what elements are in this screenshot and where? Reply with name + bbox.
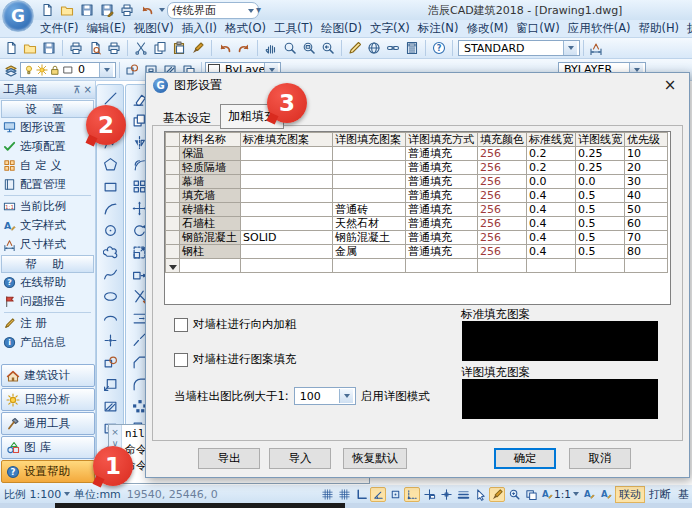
grid-cell[interactable] xyxy=(180,259,241,273)
row-selector-cell[interactable] xyxy=(166,231,180,245)
row-selector-cell[interactable] xyxy=(166,203,180,217)
layer-dropdown[interactable]: 0 xyxy=(20,62,116,78)
restore-default-button[interactable]: 恢复默认 xyxy=(343,448,407,469)
grid-cell[interactable] xyxy=(241,147,333,161)
print-icon[interactable] xyxy=(67,39,85,57)
annotation-scale[interactable]: A1:1 xyxy=(541,488,579,500)
menu-item[interactable]: 修改(M) xyxy=(462,21,512,36)
arc-icon[interactable] xyxy=(99,197,122,219)
grid-cell[interactable]: 256 xyxy=(478,245,527,259)
row-selector-cell[interactable] xyxy=(166,175,180,189)
toolbox-item-产品信息[interactable]: i产品信息 xyxy=(0,333,95,352)
toolbar-overflow-icon[interactable]: ▾ xyxy=(256,4,261,15)
chevron-down-icon[interactable] xyxy=(64,492,70,496)
insblk-icon[interactable] xyxy=(99,373,122,395)
grid-header-cell[interactable]: 详图填充图案 xyxy=(333,133,406,147)
table-row[interactable]: 砖墙柱普通砖普通填充2560.40.550 xyxy=(166,203,668,217)
row-selector-cell[interactable] xyxy=(166,147,180,161)
grid-cell[interactable]: 256 xyxy=(478,147,527,161)
toolbox-section-header[interactable]: 帮 助 xyxy=(1,255,94,273)
scale-value[interactable]: 1:100 xyxy=(30,488,62,501)
zoom-icon[interactable] xyxy=(281,39,299,57)
grid-header-cell[interactable]: 填充颜色 xyxy=(478,133,527,147)
menu-item[interactable]: 扩展 xyxy=(683,21,692,36)
grid-cell[interactable]: 填充墙 xyxy=(180,189,241,203)
grid-cell[interactable]: 0.25 xyxy=(576,161,625,175)
grid-cell[interactable]: 256 xyxy=(478,161,527,175)
hatch-icon[interactable] xyxy=(99,395,122,417)
toolbox-item-注 册[interactable]: 注 册 xyxy=(0,314,95,333)
grid-cell[interactable]: 50 xyxy=(625,203,668,217)
polygon-icon[interactable] xyxy=(99,153,122,175)
grid-header-cell[interactable]: 优先级 xyxy=(625,133,668,147)
bulb-icon[interactable] xyxy=(23,63,36,76)
new-icon[interactable] xyxy=(38,1,56,19)
menu-item[interactable]: 编辑(E) xyxy=(83,21,130,36)
close-icon[interactable]: × xyxy=(84,84,92,95)
import-button[interactable]: 导入 xyxy=(269,448,331,469)
pan-icon[interactable] xyxy=(262,39,280,57)
grid-cell[interactable]: 普通填充 xyxy=(406,203,478,217)
table-row[interactable]: 钢筋混凝土SOLID钢筋混凝土普通填充2560.40.570 xyxy=(166,231,668,245)
row-selector-cell[interactable] xyxy=(166,245,180,259)
grid-header-cell[interactable]: 标准填充图案 xyxy=(241,133,333,147)
spline-icon[interactable] xyxy=(99,263,122,285)
grid-cell[interactable]: 256 xyxy=(478,231,527,245)
polar-toggle-icon[interactable] xyxy=(370,487,386,502)
grid-cell[interactable]: 普通填充 xyxy=(406,231,478,245)
grid-cell[interactable]: 砖墙柱 xyxy=(180,203,241,217)
copy-icon[interactable] xyxy=(151,39,169,57)
menu-item[interactable]: 应用软件(A) xyxy=(564,21,635,36)
cut-icon[interactable] xyxy=(132,39,150,57)
menu-item[interactable]: 文字(X) xyxy=(366,21,414,36)
grid-cell[interactable]: 0.25 xyxy=(576,147,625,161)
table-row-empty[interactable] xyxy=(166,259,668,273)
grid-cell[interactable]: 钢筋混凝土 xyxy=(180,231,241,245)
grid-header-cell[interactable]: 材料名称 xyxy=(180,133,241,147)
menu-item[interactable]: 插入(I) xyxy=(178,21,221,36)
grid-cell[interactable]: 0.4 xyxy=(527,203,576,217)
grid-cell[interactable]: 0.4 xyxy=(527,245,576,259)
grid-cell[interactable]: 普通填充 xyxy=(406,175,478,189)
grid-header-cell[interactable]: 标准线宽 xyxy=(527,133,576,147)
revcloud-icon[interactable] xyxy=(99,241,122,263)
table-row[interactable]: 石墙柱天然石材普通填充2560.40.560 xyxy=(166,217,668,231)
osnap-toggle-icon[interactable] xyxy=(387,487,403,502)
grid-cell[interactable]: 0.5 xyxy=(576,231,625,245)
grid-cell[interactable]: 钢筋混凝土 xyxy=(333,231,406,245)
menu-item[interactable]: 格式(O) xyxy=(221,21,270,36)
grid-cell[interactable]: 0.2 xyxy=(527,161,576,175)
dialog-title-bar[interactable]: G 图形设置 xyxy=(146,73,689,97)
grid-cell[interactable]: 0.5 xyxy=(576,217,625,231)
ok-button[interactable]: 确定 xyxy=(494,448,556,469)
cursorplus-toggle-icon[interactable] xyxy=(438,487,454,502)
grid-cell[interactable] xyxy=(333,259,406,273)
grid-cell[interactable]: 轻质隔墙 xyxy=(180,161,241,175)
sketch-icon[interactable] xyxy=(346,39,364,57)
toolbox-button-建筑设计[interactable]: 建筑设计 xyxy=(1,364,95,387)
ellipse-icon[interactable] xyxy=(99,285,122,307)
chevron-down-icon[interactable] xyxy=(159,8,165,12)
open-icon[interactable] xyxy=(21,39,39,57)
grid-cell[interactable] xyxy=(241,217,333,231)
grid-cell[interactable]: 256 xyxy=(478,203,527,217)
open-icon[interactable] xyxy=(58,1,76,19)
zoomprev-icon[interactable] xyxy=(319,39,337,57)
row-selector-cell[interactable] xyxy=(166,161,180,175)
workspace-dropdown[interactable]: 传统界面 xyxy=(167,2,259,19)
checkbox-pattern-fill[interactable]: 对墙柱进行图案填充 xyxy=(174,352,297,367)
toolbox-item-问题报告[interactable]: 问题报告 xyxy=(0,292,95,311)
grid-cell[interactable]: SOLID xyxy=(241,231,333,245)
grid-cell[interactable]: 256 xyxy=(478,217,527,231)
table-row[interactable]: 钢柱金属普通填充2560.40.580 xyxy=(166,245,668,259)
grid-cell[interactable]: 0.4 xyxy=(527,189,576,203)
grid-cell[interactable]: 0.0 xyxy=(576,175,625,189)
grid-cell[interactable]: 60 xyxy=(625,217,668,231)
toolbox-button-日照分析[interactable]: 日照分析 xyxy=(1,388,95,411)
help-icon[interactable]: ? xyxy=(430,39,448,57)
undo-icon[interactable] xyxy=(138,1,156,19)
redo-icon[interactable] xyxy=(235,39,253,57)
lock-icon[interactable] xyxy=(49,63,62,76)
sgrid-toggle-icon[interactable] xyxy=(336,487,352,502)
grid-cell[interactable]: 20 xyxy=(625,161,668,175)
